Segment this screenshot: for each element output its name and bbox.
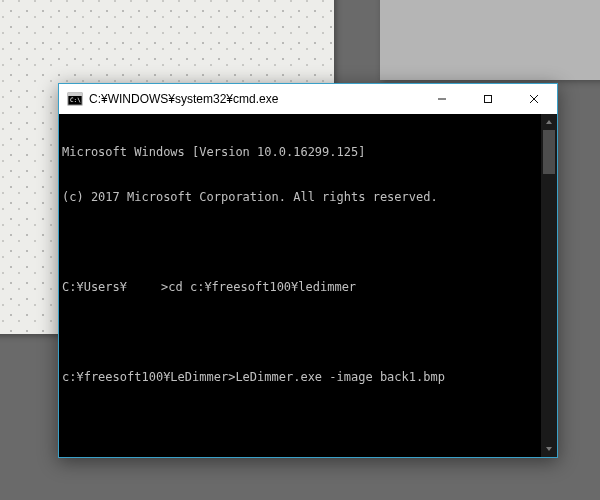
cmd-icon: C:\ [67,91,83,107]
scroll-track[interactable] [541,130,557,441]
maximize-button[interactable] [465,84,511,114]
terminal-line [62,235,554,250]
minimize-button[interactable] [419,84,465,114]
scrollbar[interactable] [541,114,557,457]
svg-marker-7 [546,120,552,124]
svg-rect-4 [485,96,492,103]
scroll-down-button[interactable] [541,441,557,457]
terminal-line: C:¥Users¥>cd c:¥freesoft100¥ledimmer [62,280,554,295]
titlebar[interactable]: C:\ C:¥WINDOWS¥system32¥cmd.exe [59,84,557,114]
terminal-area[interactable]: Microsoft Windows [Version 10.0.16299.12… [59,114,557,457]
close-button[interactable] [511,84,557,114]
scroll-up-button[interactable] [541,114,557,130]
prompt-text: C:¥Users¥ [62,280,127,294]
desktop-background: C:\ C:¥WINDOWS¥system32¥cmd.exe Microsof… [0,0,600,500]
svg-text:C:\: C:\ [70,96,81,103]
scroll-thumb[interactable] [543,130,555,174]
window-controls [419,84,557,114]
bg-panel-grey [380,0,600,80]
terminal-line: (c) 2017 Microsoft Corporation. All righ… [62,190,554,205]
terminal-line: Microsoft Windows [Version 10.0.16299.12… [62,145,554,160]
command-text: >cd c:¥freesoft100¥ledimmer [161,280,356,294]
window-title: C:¥WINDOWS¥system32¥cmd.exe [89,92,278,106]
terminal-line [62,325,554,340]
svg-marker-8 [546,447,552,451]
redacted-username [127,281,161,292]
cmd-window: C:\ C:¥WINDOWS¥system32¥cmd.exe Microsof… [58,83,558,458]
terminal-line: c:¥freesoft100¥LeDimmer>LeDimmer.exe -im… [62,370,554,385]
terminal-line [62,415,554,430]
